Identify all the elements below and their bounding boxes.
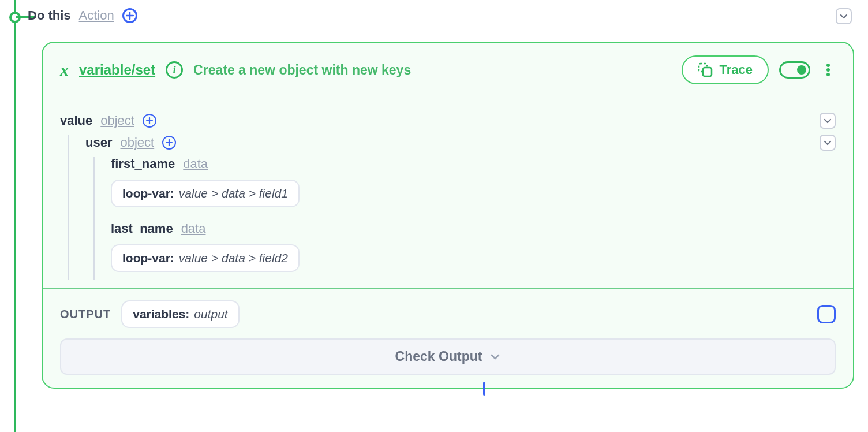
first-name-key: first_name [111,157,175,172]
output-label: OUTPUT [60,308,111,321]
variable-icon: x [60,60,69,80]
svg-rect-1 [703,68,712,76]
collapse-step-button[interactable] [836,8,852,24]
first-name-value-pill[interactable]: loop-var: value > data > field1 [111,180,300,207]
pill-key: loop-var: [122,251,174,265]
value-type-link[interactable]: object [100,113,134,128]
chevron-down-icon [824,139,832,147]
action-title-link[interactable]: variable/set [79,62,155,78]
user-type-link[interactable]: object [120,135,154,150]
plus-icon [126,12,134,20]
user-row: user object [85,135,836,151]
add-value-key-button[interactable] [143,114,156,128]
value-key: value [60,113,92,128]
kebab-menu[interactable] [826,62,830,77]
pill-value: output [194,307,227,321]
check-output-label: Check Output [395,349,482,364]
pill-key: loop-var: [122,187,174,200]
step-header: Do this Action [28,8,137,23]
card-header: x variable/set i Create a new object wit… [43,43,853,96]
trace-button[interactable]: Trace [682,55,769,84]
plus-icon [146,117,153,124]
trace-icon [698,62,713,77]
section-divider [43,288,853,289]
plus-icon [166,139,173,146]
last-name-type-link[interactable]: data [181,221,206,236]
pill-key: variables: [133,307,189,321]
card-body: value object user object [43,96,853,286]
value-nest: user object first_name data loop-var: va… [68,135,836,280]
action-card: x variable/set i Create a new object wit… [42,42,854,389]
output-checkbox[interactable] [817,305,836,323]
chevron-down-icon [824,117,832,125]
output-pill[interactable]: variables: output [121,300,239,328]
output-row: OUTPUT variables: output [43,297,853,336]
user-key: user [85,135,112,150]
last-name-row: last_name data [111,221,836,236]
info-icon[interactable]: i [166,61,183,79]
enable-toggle[interactable] [779,61,810,79]
bottom-marker [483,382,485,396]
first-name-type-link[interactable]: data [183,157,208,172]
last-name-value-pill[interactable]: loop-var: value > data > field2 [111,244,300,272]
toggle-knob [797,65,806,75]
add-action-button[interactable] [122,8,137,23]
first-name-row: first_name data [111,157,836,172]
user-nest: first_name data loop-var: value > data >… [93,157,836,280]
chevron-down-icon [840,12,848,20]
collapse-user-button[interactable] [820,135,836,151]
step-title: Do this [28,8,71,23]
action-description: Create a new object with new keys [193,62,411,78]
trace-label: Trace [720,62,753,77]
add-user-key-button[interactable] [162,136,176,150]
collapse-value-button[interactable] [820,113,836,129]
value-row: value object [60,113,836,129]
last-name-key: last_name [111,221,173,236]
pill-value: value > data > field2 [179,251,288,265]
chevron-down-icon [490,352,500,362]
action-link[interactable]: Action [79,8,114,23]
check-output-button[interactable]: Check Output [60,338,836,375]
timeline-line [14,0,16,432]
pill-value: value > data > field1 [179,187,288,200]
